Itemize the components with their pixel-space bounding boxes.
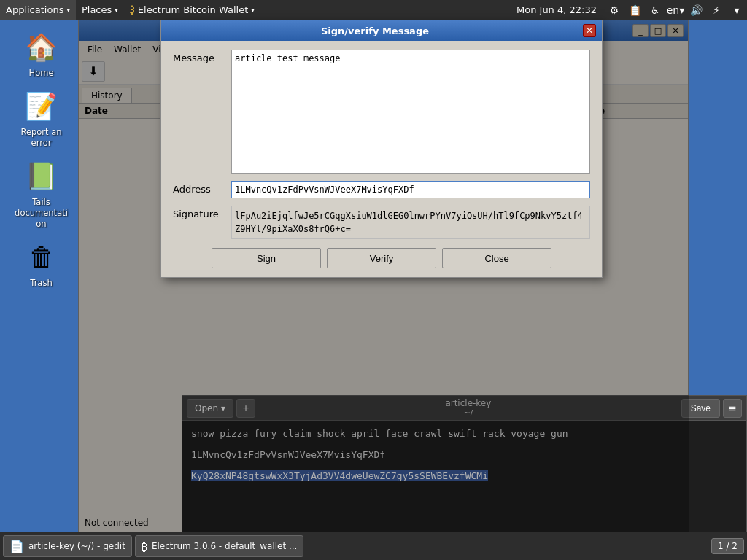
trash-icon: 🗑: [24, 240, 59, 275]
wallet-arrow-icon: ▾: [251, 7, 255, 14]
message-label: Message: [173, 50, 231, 63]
desktop: 🏠 Home 📝 Report anerror 📗 Tailsdocumenta…: [0, 20, 82, 532]
desktop-icon-home[interactable]: 🏠 Home: [9, 27, 74, 82]
desktop-icon-trash[interactable]: 🗑 Trash: [9, 237, 74, 292]
taskbar-gedit-item[interactable]: 📄 article-key (~/) - gedit: [3, 535, 132, 557]
gedit-task-label: article-key (~/) - gedit: [28, 541, 125, 551]
signature-block: lFpAu2iEjqlfwJe5rCGqgXsiuW1dlGEG0lnwrPYn…: [231, 206, 590, 239]
places-arrow-icon: ▾: [115, 7, 118, 14]
modal-buttons: Sign Verify Close: [173, 248, 590, 268]
lang-label: en: [667, 4, 680, 16]
taskbar-wallet-item[interactable]: ₿ Electrum 3.0.6 - default_wallet ...: [135, 535, 304, 557]
message-textarea[interactable]: [231, 50, 590, 174]
lang-btn[interactable]: en ▾: [665, 0, 686, 20]
trash-label: Trash: [30, 278, 52, 289]
home-label: Home: [29, 68, 54, 79]
modal-close-btn[interactable]: ✕: [583, 24, 596, 37]
wallet-menu-label: Electrum Bitcoin Wallet: [138, 4, 248, 15]
signature-row: Signature lFpAu2iEjqlfwJe5rCGqgXsiuW1dlG…: [173, 206, 590, 239]
report-error-label: Report anerror: [20, 127, 61, 149]
network-icon-btn[interactable]: ⚙: [604, 0, 624, 20]
wallet-task-label: Electrum 3.0.6 - default_wallet ...: [152, 541, 298, 551]
settings-arrow-btn[interactable]: ▾: [727, 0, 747, 20]
volume-icon-btn[interactable]: 🔊: [686, 0, 706, 20]
bitcoin-icon: ₿: [130, 4, 135, 15]
desktop-icon-report-error[interactable]: 📝 Report anerror: [9, 86, 74, 152]
taskbar-right: ⚙ 📋 ♿ en ▾ 🔊 ⚡ ▾: [604, 0, 747, 20]
clipboard-icon-btn[interactable]: 📋: [624, 0, 645, 20]
tails-docs-label: Tailsdocumentation: [15, 197, 68, 230]
clock: Mon Jun 4, 22:32: [509, 4, 604, 15]
gedit-menu-btn[interactable]: ≡: [723, 399, 742, 418]
signature-value: lFpAu2iEjqlfwJe5rCGqgXsiuW1dlGEG0lnwrPYn…: [235, 211, 583, 234]
accessibility-icon-btn[interactable]: ♿: [645, 0, 665, 20]
applications-arrow-icon: ▾: [66, 7, 70, 14]
verify-button[interactable]: Verify: [327, 248, 436, 268]
message-row: Message: [173, 50, 590, 174]
power-icon-btn[interactable]: ⚡: [706, 0, 727, 20]
address-label: Address: [173, 181, 231, 195]
wallet-task-icon: ₿: [142, 540, 147, 553]
page-indicator: 1 / 2: [711, 538, 744, 554]
report-error-icon: 📝: [24, 89, 59, 124]
places-label: Places: [82, 4, 112, 15]
wallet-menu[interactable]: ₿ Electrum Bitcoin Wallet ▾: [124, 0, 260, 20]
places-menu[interactable]: Places ▾: [76, 0, 124, 20]
signature-label: Signature: [173, 206, 231, 219]
modal-title: Sign/verify Message: [167, 26, 583, 36]
lang-arrow: ▾: [679, 4, 684, 16]
sign-button[interactable]: Sign: [212, 248, 321, 268]
address-row: Address: [173, 181, 590, 198]
gedit-task-icon: 📄: [9, 540, 24, 553]
modal-titlebar: Sign/verify Message ✕: [161, 20, 602, 41]
applications-menu[interactable]: Applications ▾: [0, 0, 76, 20]
modal-body: Message Address Signature lFpAu2iEjqlfwJ…: [161, 41, 602, 277]
top-taskbar: Applications ▾ Places ▾ ₿ Electrum Bitco…: [0, 0, 747, 20]
sign-verify-modal: Sign/verify Message ✕ Message Address Si…: [160, 20, 603, 278]
home-icon: 🏠: [24, 30, 59, 65]
applications-label: Applications: [6, 4, 63, 15]
bottom-taskbar: 📄 article-key (~/) - gedit ₿ Electrum 3.…: [0, 532, 747, 560]
address-input[interactable]: [231, 181, 590, 198]
desktop-icon-tails-docs[interactable]: 📗 Tailsdocumentation: [9, 156, 74, 233]
close-button[interactable]: Close: [442, 248, 551, 268]
tails-docs-icon: 📗: [24, 159, 59, 194]
